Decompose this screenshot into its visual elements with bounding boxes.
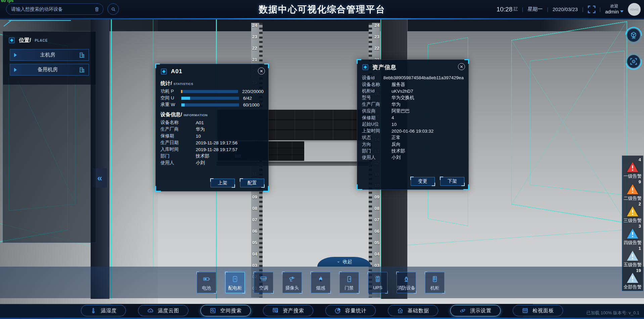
device-button[interactable]: 电池 [197,272,216,293]
field-row: 入库时间 2019-11-28 19:17:57 [156,146,268,153]
nav-tab[interactable]: 温度云图 [138,305,188,316]
bottom-nav-bar: 温湿度 温度云图 空间搜索 资产搜索 容量统计 基础数据 [0,304,644,318]
caret-right-icon [14,53,17,57]
rack-config-button[interactable]: 配置 [240,179,264,187]
room-list-item[interactable]: 备用机房 [10,64,89,76]
field-value: 10 [392,122,397,127]
alert-item[interactable]: 4 一级告警 [622,157,643,179]
fullscreen-icon[interactable] [588,6,595,13]
search-field-wrap [6,3,103,15]
place-panel: 位置/ PLACE 主机房 备用机房 [3,31,96,243]
clock-time: 10:28 [497,6,513,13]
nav-tab-label: 基础数据 [408,308,429,314]
separator: | [547,7,548,12]
device-icon [260,275,267,283]
search-button[interactable] [107,3,119,15]
nav-tab[interactable]: 检视面板 [513,305,563,316]
device-button[interactable]: 消防设备 [397,272,416,293]
nav-tab[interactable]: 容量统计 [325,305,376,316]
field-value: A01 [196,120,204,125]
search-input[interactable] [11,6,94,12]
field-row: 方向 反向 [357,141,468,148]
alert-item[interactable]: 19 全部告警 [622,268,643,290]
stats-section-title: 统计/ [160,80,172,86]
nav-tab[interactable]: 空间搜索 [200,305,251,316]
device-button[interactable]: 门禁 [339,272,359,293]
field-row: 设备id 8ebb389059874584ba8eb11a397429ea [357,75,468,81]
field-value: 4 [392,115,394,120]
weekday-label: 星期一 [527,6,543,12]
alert-item[interactable]: 2 三级告警 [622,201,643,224]
user-menu[interactable]: 欢迎 admin [605,4,624,14]
chevron-down-icon [620,10,624,12]
rack-up-button[interactable]: 上架 [211,179,235,187]
device-label: 摄像头 [285,285,299,291]
field-row: 使用人 小刘 [357,154,468,161]
alert-item[interactable]: 1 五级告警 [622,246,643,268]
toolbar-collapse-button[interactable]: 收起 [317,257,371,267]
device-button[interactable]: 机柜 [425,272,445,293]
stat-row: 功耗 P 220/20000 [156,88,268,95]
device-button[interactable]: 配电柜 [225,272,245,293]
device-label: 门禁 [345,285,354,291]
device-button[interactable]: 摄像头 [282,272,302,293]
stat-bar-track [181,103,239,106]
nav-tab-icon [334,307,341,314]
reset-view-button[interactable] [625,53,642,70]
device-label: 烟感 [316,285,325,291]
collapse-label: 收起 [343,259,352,265]
toggle-2d-button[interactable] [625,27,642,44]
device-label: 机柜 [430,285,440,291]
field-label: 设备名称 [160,120,196,126]
asset-change-button[interactable]: 变更 [411,177,435,186]
alert-item[interactable]: 3 四级告警 [622,224,643,246]
field-row: 供应商 阿里巴巴 [357,108,468,115]
field-value: 阿里巴巴 [392,108,410,114]
alert-item[interactable]: 9 二级告警 [622,179,643,201]
app-root: 60 fps 数据中心可视化综合管理平台 10:28 27 | 星期一 | 20… [0,0,644,319]
field-value: 2019-11-28 19:17:56 [196,140,237,145]
field-value: 2019-11-28 19:17:57 [196,147,237,152]
field-label: 保修期 [362,115,392,121]
scene-3d[interactable]: « 24232221201918171615141312111009080706… [0,18,644,304]
trash-icon[interactable] [94,6,100,12]
device-label: 电池 [202,285,211,291]
separator: | [600,7,601,12]
place-panel-subtitle: PLACE [35,39,48,42]
field-row: 使用人 小刘 [156,160,268,166]
device-button[interactable]: UPS [368,272,387,293]
close-icon[interactable]: ✕ [258,67,265,75]
device-icon [317,275,324,283]
field-label: 入库时间 [160,146,196,152]
warning-triangle-icon [626,228,639,239]
stat-row: 承重 W 60/1000 [156,101,268,108]
stat-bar-fill [181,103,185,106]
device-button[interactable]: 烟感 [311,272,330,293]
field-value: 技术部 [392,148,405,154]
device-icon [231,275,239,283]
avatar[interactable]: 42x42 [628,3,641,16]
stat-bar-track [181,90,238,93]
field-value: uKVs2hD7 [392,89,413,94]
nav-tab[interactable]: 演示设置 [450,305,501,316]
nav-tab-icon [210,307,216,314]
device-icon [431,275,439,283]
rack-panel-title: A01 [171,68,182,75]
nav-tab[interactable]: 温湿度 [81,305,126,316]
field-value: 小刘 [392,154,401,161]
asset-down-button[interactable]: 下架 [440,177,464,186]
field-label: 保修期 [160,133,196,139]
stats-section-subtitle: STATISTICS [174,82,193,86]
diamond-icon [8,36,16,44]
close-icon[interactable]: ✕ [458,63,465,70]
nav-tab[interactable]: 基础数据 [388,305,438,316]
field-value: 10 [196,134,201,139]
field-label: 设备id [362,75,383,81]
nav-tab[interactable]: 资产搜索 [263,305,313,316]
nav-tab-label: 容量统计 [345,308,367,314]
room-list-item[interactable]: 主机房 [10,49,89,61]
field-row: 机柜id uKVs2hD7 [357,88,468,95]
nav-tab-icon [397,307,404,314]
device-button[interactable]: 空调 [254,272,273,293]
nav-tab-icon [90,307,97,314]
